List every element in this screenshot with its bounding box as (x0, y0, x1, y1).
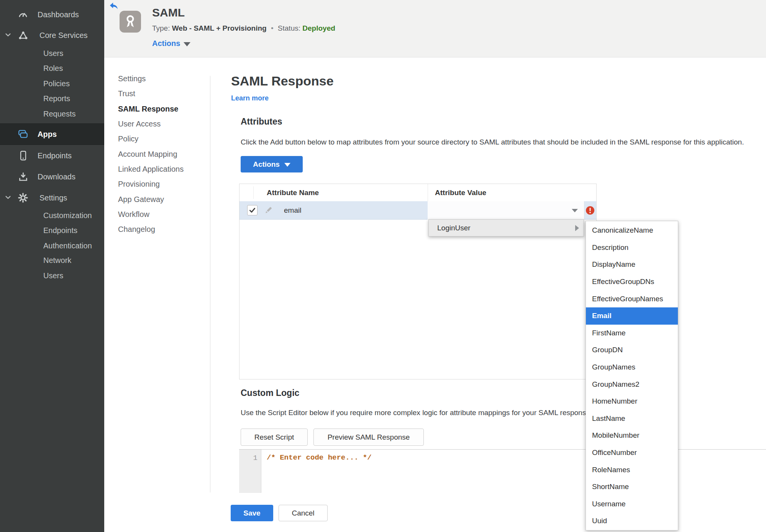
sidebar-item-endpoints[interactable]: Endpoints (0, 148, 104, 163)
sidebar-item-settings-endpoints[interactable]: Endpoints (0, 223, 104, 238)
submenu-item-rolenames[interactable]: RoleNames (586, 461, 678, 478)
subnav-item-policy[interactable]: Policy (118, 131, 184, 146)
sidebar-item-downloads[interactable]: Downloads (0, 169, 104, 184)
apps-icon (17, 128, 29, 140)
submenu-item-mobilenumber[interactable]: MobileNumber (586, 427, 678, 444)
sidebar-item-label: Users (43, 49, 63, 58)
subnav-item-changelog[interactable]: Changelog (118, 222, 184, 237)
sidebar-item-roles[interactable]: Roles (0, 61, 104, 76)
sidebar-item-label: Authentication (43, 241, 92, 250)
download-icon (17, 171, 29, 182)
script-editor[interactable]: 1 /* Enter code here... */ (239, 449, 766, 493)
subnav-item-trust[interactable]: Trust (118, 86, 184, 101)
sidebar-item-label: Customization (43, 211, 92, 220)
back-arrow-icon[interactable] (109, 2, 118, 10)
chevron-down-icon (572, 209, 578, 212)
award-badge-icon (120, 11, 141, 33)
gear-icon (17, 192, 29, 204)
preview-saml-response-button[interactable]: Preview SAML Response (313, 429, 424, 446)
sidebar-item-users[interactable]: Users (0, 46, 104, 61)
sidebar-item-label: Endpoints (38, 151, 72, 160)
sidebar-item-apps[interactable]: Apps (0, 123, 104, 145)
submenu-item-description[interactable]: Description (586, 239, 678, 256)
primary-sidebar: Dashboards Core Services Users Roles Pol… (0, 0, 104, 532)
reset-script-button[interactable]: Reset Script (241, 429, 308, 446)
editor-gutter: 1 (239, 450, 261, 493)
sidebar-item-reports[interactable]: Reports (0, 91, 104, 106)
subnav-item-saml-response[interactable]: SAML Response (118, 102, 184, 117)
learn-more-link[interactable]: Learn more (231, 94, 269, 102)
submenu-item-shortname[interactable]: ShortName (586, 478, 678, 496)
sidebar-item-label: Settings (39, 194, 67, 202)
sidebar-item-dashboards[interactable]: Dashboards (0, 7, 104, 22)
submenu-item-uuid[interactable]: Uuid (586, 512, 678, 530)
table-actions-label: Actions (253, 160, 280, 169)
value-menu-loginuser[interactable]: LoginUser (428, 219, 584, 236)
submenu-item-firstname[interactable]: FirstName (586, 325, 678, 342)
error-icon (586, 206, 595, 215)
sidebar-item-network[interactable]: Network (0, 253, 104, 268)
subnav-item-account-mapping[interactable]: Account Mapping (118, 146, 184, 161)
line-number: 1 (253, 454, 258, 462)
sidebar-item-label: Users (43, 271, 63, 280)
submenu-item-officenumber[interactable]: OfficeNumber (586, 444, 678, 461)
value-menu-label: LoginUser (437, 224, 471, 232)
table-actions-button[interactable]: Actions (241, 156, 303, 172)
subnav-item-provisioning[interactable]: Provisioning (118, 177, 184, 192)
sidebar-item-label: Roles (43, 64, 63, 73)
submenu-item-displayname[interactable]: DisplayName (586, 256, 678, 273)
gauge-icon (17, 9, 29, 20)
cancel-button[interactable]: Cancel (279, 505, 328, 521)
attribute-value-dropdown[interactable] (428, 201, 584, 220)
subnav-item-workflow[interactable]: Workflow (118, 207, 184, 222)
sidebar-item-label: Requests (43, 110, 76, 118)
sidebar-item-core-services[interactable]: Core Services (0, 28, 104, 43)
app-subnav: Settings Trust SAML Response User Access… (118, 71, 184, 237)
type-value: Web - SAML + Provisioning (172, 24, 267, 32)
sidebar-item-settings[interactable]: Settings (0, 190, 104, 205)
chevron-down-icon[interactable] (5, 31, 12, 39)
sidebar-item-label: Downloads (38, 172, 75, 181)
subnav-item-app-gateway[interactable]: App Gateway (118, 192, 184, 207)
sidebar-item-requests[interactable]: Requests (0, 106, 104, 122)
header-actions-label: Actions (152, 39, 180, 48)
sidebar-item-settings-users[interactable]: Users (0, 268, 104, 283)
sidebar-item-label: Network (43, 256, 71, 265)
submenu-item-homenumber[interactable]: HomeNumber (586, 393, 678, 410)
submenu-item-groupnames2[interactable]: GroupNames2 (586, 376, 678, 393)
sidebar-item-label: Reports (43, 94, 70, 103)
submenu-item-effectivegroupdns[interactable]: EffectiveGroupDNs (586, 273, 678, 291)
editor-code[interactable]: /* Enter code here... */ (267, 453, 372, 462)
attributes-description: Click the Add button below to map attrib… (241, 138, 744, 146)
edit-pencil-icon[interactable] (264, 206, 273, 215)
phone-icon (17, 150, 29, 161)
column-header-attribute-value: Attribute Value (435, 184, 486, 201)
chevron-down-icon (184, 42, 190, 46)
save-button[interactable]: Save (231, 505, 273, 521)
row-checkbox[interactable] (247, 205, 258, 215)
submenu-item-email-selected[interactable]: Email (586, 307, 678, 325)
chevron-down-icon[interactable] (5, 194, 12, 202)
submenu-item-groupdn[interactable]: GroupDN (586, 342, 678, 359)
app-window: Dashboards Core Services Users Roles Pol… (0, 0, 766, 532)
table-row[interactable]: email (239, 201, 596, 220)
sidebar-item-label: Dashboards (38, 10, 79, 19)
sidebar-item-policies[interactable]: Policies (0, 76, 104, 91)
subnav-item-settings[interactable]: Settings (118, 71, 184, 86)
submenu-item-groupnames[interactable]: GroupNames (586, 359, 678, 376)
submenu-item-lastname[interactable]: LastName (586, 410, 678, 427)
value-submenu: CanonicalizeName Description DisplayName… (586, 221, 678, 530)
table-header-row: Attribute Name Attribute Value (239, 184, 596, 201)
sidebar-item-authentication[interactable]: Authentication (0, 238, 104, 253)
subnav-item-linked-applications[interactable]: Linked Applications (118, 162, 184, 177)
header-actions-menu[interactable]: Actions (152, 39, 190, 48)
attributes-heading: Attributes (241, 117, 282, 127)
submenu-item-canonicalizename[interactable]: CanonicalizeName (586, 222, 678, 239)
submenu-item-username[interactable]: Username (586, 496, 678, 513)
submenu-item-effectivegroupnames[interactable]: EffectiveGroupNames (586, 290, 678, 307)
subnav-item-user-access[interactable]: User Access (118, 117, 184, 131)
custom-logic-heading: Custom Logic (241, 388, 299, 398)
sidebar-item-customization[interactable]: Customization (0, 208, 104, 223)
page-title: SAML (152, 6, 185, 19)
custom-logic-description: Use the Script Editor below if you requi… (241, 409, 592, 417)
